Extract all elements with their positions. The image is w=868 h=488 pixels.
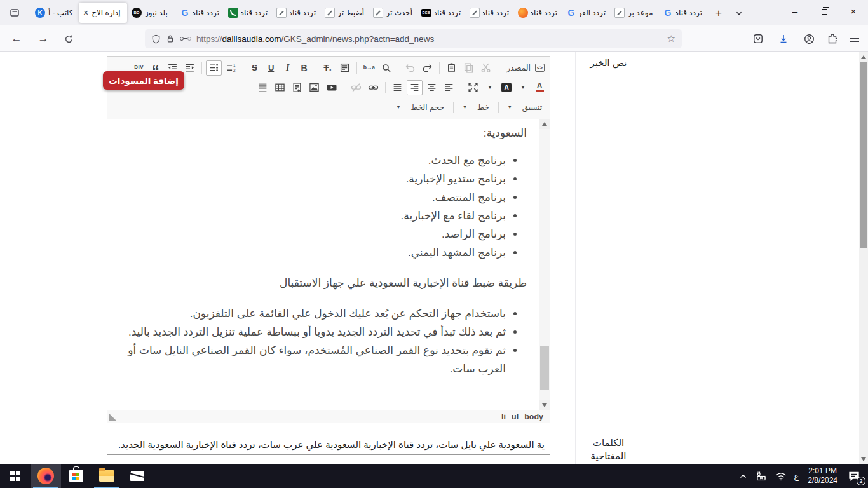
new-tab-button[interactable]: + — [710, 5, 727, 22]
taskbar-explorer-button[interactable] — [92, 464, 122, 488]
source-button[interactable]: المصدر <> — [502, 60, 547, 76]
copy-button[interactable] — [461, 60, 477, 76]
bookmark-star-icon[interactable]: ☆ — [667, 33, 675, 44]
align-center-button[interactable] — [424, 80, 440, 95]
underline-button[interactable]: U — [264, 60, 279, 76]
bidi-button[interactable]: b→a — [361, 60, 377, 76]
text-color-button[interactable]: A — [532, 80, 547, 95]
tray-expand-button[interactable] — [735, 464, 751, 488]
pocket-button[interactable] — [750, 30, 766, 47]
format-combo[interactable]: ▼ تنسيق — [503, 100, 547, 115]
toolbar-separator — [201, 62, 202, 74]
image-button[interactable] — [306, 80, 322, 95]
browser-tab[interactable]: × تردد قناة — [658, 3, 707, 23]
text-color-dropdown[interactable]: ▼ — [515, 80, 531, 95]
cut-button[interactable] — [478, 60, 494, 76]
browser-tab[interactable]: × تردد قناة — [175, 3, 224, 23]
numbered-list-button[interactable]: 12 — [223, 60, 239, 76]
permissions-icon[interactable] — [180, 37, 191, 41]
window-minimize-button[interactable]: – — [780, 0, 810, 22]
redo-button[interactable] — [419, 60, 435, 76]
align-left-button[interactable] — [441, 80, 457, 95]
forward-button[interactable]: → — [34, 30, 52, 48]
maximize-button[interactable] — [465, 80, 481, 95]
background-color-dropdown[interactable]: ▼ — [482, 80, 498, 95]
paste-button[interactable] — [444, 60, 459, 76]
find-button[interactable] — [379, 60, 394, 76]
taskbar-mail-button[interactable] — [122, 464, 153, 488]
all-tabs-button[interactable] — [731, 5, 747, 22]
browser-tab[interactable]: × بلد نيوز — [127, 3, 175, 23]
browser-tab[interactable]: × أضبط تردد ق — [320, 3, 369, 23]
tab-close-icon[interactable]: × — [83, 8, 88, 17]
window-restore-button[interactable] — [810, 0, 839, 22]
browser-tab[interactable]: × أحدث تر — [369, 3, 417, 23]
wifi-status-icon[interactable] — [771, 464, 790, 488]
strikethrough-button[interactable]: S — [247, 60, 262, 76]
page-template-button[interactable] — [289, 80, 305, 95]
page-scrollbar[interactable] — [859, 52, 868, 464]
browser-tab[interactable]: × تردد قناة — [272, 3, 320, 23]
element-path-item[interactable]: body — [524, 412, 543, 421]
justify-block-button[interactable] — [390, 80, 405, 95]
text-color-letter: A — [537, 83, 543, 90]
editor-scrollbar[interactable] — [539, 119, 550, 410]
italic-button[interactable]: I — [280, 60, 295, 76]
horizontal-rule-button[interactable] — [255, 80, 271, 95]
url-text[interactable]: https://dalilsaudia.com/GKS_admin/news.p… — [196, 34, 662, 44]
taskbar-store-button[interactable] — [61, 464, 92, 488]
firefox-icon — [37, 468, 54, 484]
font-combo[interactable]: ▼ خط — [458, 100, 494, 115]
select-all-button[interactable] — [337, 60, 353, 76]
align-right-button[interactable] — [407, 80, 423, 95]
start-button[interactable] — [0, 464, 31, 488]
scroll-down-button[interactable] — [539, 400, 550, 410]
youtube-button[interactable] — [323, 80, 340, 95]
link-button[interactable] — [365, 80, 381, 95]
keywords-input[interactable] — [107, 435, 550, 455]
browser-tab[interactable]: × تردد القن — [562, 3, 610, 23]
action-center-button[interactable]: 2 — [843, 464, 868, 488]
browser-tab[interactable]: × تردد قناة — [224, 3, 272, 23]
browser-tab[interactable]: × إدارة الاخ — [79, 3, 127, 23]
taskbar-clock[interactable]: 2:01 PM 2/8/2024 — [803, 466, 843, 485]
undo-button[interactable] — [402, 60, 418, 76]
page-scrollbar-thumb[interactable] — [860, 62, 867, 248]
menu-button[interactable] — [846, 30, 863, 47]
browser-tab[interactable]: × تردد قناة — [465, 3, 513, 23]
browser-tab[interactable]: × تردد قناة — [513, 3, 562, 23]
power-status-icon[interactable] — [751, 464, 771, 488]
page-scroll-down-button[interactable] — [859, 454, 868, 464]
url-bar[interactable]: https://dalilsaudia.com/GKS_admin/news.p… — [145, 29, 682, 48]
element-path-item[interactable]: li — [501, 412, 506, 421]
scroll-up-button[interactable] — [539, 119, 550, 129]
reload-button[interactable] — [60, 30, 78, 48]
bold-button[interactable]: B — [297, 60, 312, 76]
list-item: باستخدام جهاز التحكم عن بُعد عليك الدخول… — [116, 304, 506, 323]
editor-text[interactable]: السعودية: برنامج مع الحدث.برنامج ستديو ا… — [107, 119, 539, 410]
element-path-item[interactable]: ul — [512, 412, 519, 421]
browser-tab[interactable]: × كاتب - أ — [31, 3, 79, 23]
page-scroll-up-button[interactable] — [859, 52, 868, 62]
bulleted-list-button[interactable] — [206, 60, 222, 76]
table-button[interactable] — [272, 80, 288, 95]
browser-tab[interactable]: × موعد بر — [610, 3, 658, 23]
remove-format-button[interactable]: Tx — [320, 60, 336, 76]
window-close-button[interactable]: × — [839, 0, 868, 22]
downloads-button[interactable] — [775, 30, 792, 47]
taskbar-firefox-button[interactable] — [31, 464, 61, 488]
scrollbar-thumb[interactable] — [540, 346, 549, 390]
background-color-icon: A — [501, 83, 512, 92]
language-indicator[interactable]: ع — [790, 464, 803, 488]
background-color-button[interactable]: A — [499, 80, 514, 95]
browser-tab[interactable]: × تردد قناة — [417, 3, 465, 23]
font-size-combo[interactable]: ▼ حجم الخط — [391, 100, 449, 115]
back-button[interactable]: ← — [8, 30, 25, 48]
editor-content-area[interactable]: السعودية: برنامج مع الحدث.برنامج ستديو ا… — [107, 119, 550, 410]
extensions-button[interactable] — [824, 30, 841, 47]
unlink-button[interactable] — [348, 80, 364, 95]
tab-overview-button[interactable] — [5, 4, 24, 22]
account-button[interactable] — [801, 30, 817, 47]
add-drafts-button[interactable]: إضافة المسودات — [103, 71, 184, 90]
resize-grip[interactable] — [109, 414, 116, 421]
